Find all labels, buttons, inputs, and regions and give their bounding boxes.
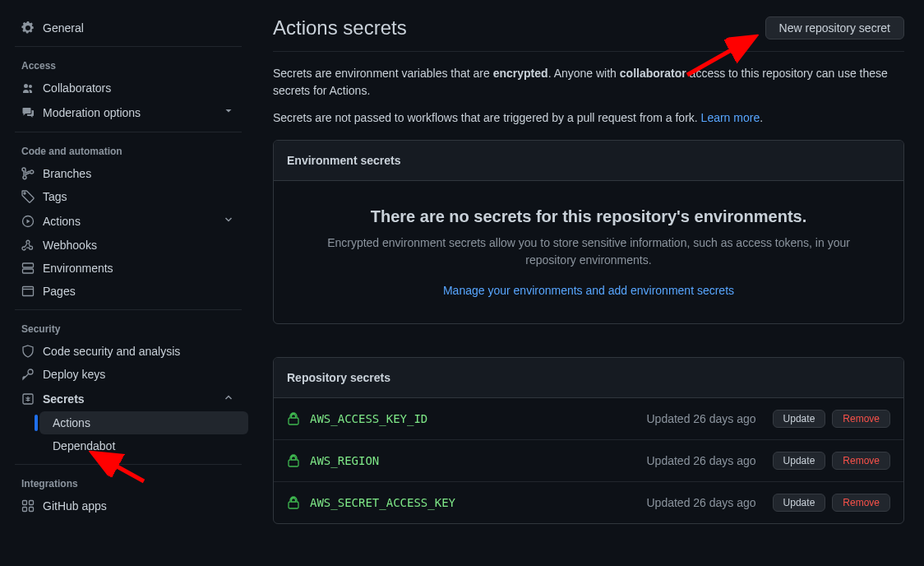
play-circle-icon (21, 215, 35, 228)
gear-icon (21, 21, 35, 35)
browser-icon (21, 285, 35, 298)
panel-header: Environment secrets (274, 141, 903, 181)
update-secret-button[interactable]: Update (773, 494, 826, 512)
svg-rect-3 (23, 287, 34, 296)
sidebar-item-pages[interactable]: Pages (8, 280, 248, 303)
empty-state-description: Encrypted environment secrets allow you … (307, 234, 871, 269)
key-asterisk-icon (21, 392, 35, 406)
secret-row: AWS_ACCESS_KEY_IDUpdated 26 days agoUpda… (274, 398, 903, 439)
description-paragraph: Secrets are environment variables that a… (273, 65, 904, 100)
remove-secret-button[interactable]: Remove (832, 410, 890, 428)
svg-rect-2 (23, 269, 34, 273)
lock-icon (287, 454, 300, 467)
sidebar-item-tags[interactable]: Tags (8, 185, 248, 208)
new-repository-secret-button[interactable]: New repository secret (765, 16, 904, 39)
sidebar-label: Secrets (43, 392, 222, 406)
sidebar-label: Dependabot (53, 439, 235, 452)
sidebar-label: Actions (43, 215, 222, 228)
text-bold: collaborator (620, 67, 686, 80)
sidebar-item-branches[interactable]: Branches (8, 162, 248, 185)
secret-updated-text: Updated 26 days ago (647, 454, 756, 467)
secret-name: AWS_REGION (310, 454, 379, 467)
lock-icon (287, 496, 300, 509)
section-label-access: Access (8, 53, 248, 77)
description-paragraph: Secrets are not passed to workflows that… (273, 109, 904, 127)
secret-list: AWS_ACCESS_KEY_IDUpdated 26 days agoUpda… (274, 398, 903, 523)
sidebar-label: Actions (53, 416, 235, 429)
lock-icon (287, 412, 300, 425)
shield-icon (21, 345, 35, 358)
sidebar-label: Code security and analysis (43, 345, 235, 358)
svg-point-4 (28, 369, 33, 374)
people-icon (21, 81, 35, 95)
environment-secrets-panel: Environment secrets There are no secrets… (273, 140, 904, 324)
svg-rect-8 (23, 508, 27, 512)
divider (15, 464, 242, 465)
page-title: Actions secrets (273, 16, 407, 39)
comment-discussion-icon (21, 106, 35, 119)
sidebar-label: Moderation options (43, 106, 222, 119)
main-content: Actions secrets New repository secret Se… (255, 0, 924, 566)
sidebar-item-deploy-keys[interactable]: Deploy keys (8, 363, 248, 386)
divider (15, 46, 242, 47)
sidebar-item-actions[interactable]: Actions (8, 208, 248, 234)
learn-more-link[interactable]: Learn more (701, 111, 760, 124)
secret-updated-text: Updated 26 days ago (647, 496, 756, 509)
divider (15, 309, 242, 310)
sidebar-subitem-actions[interactable]: Actions (39, 411, 248, 434)
section-label-security: Security (8, 317, 248, 340)
apps-icon (21, 499, 35, 513)
svg-rect-9 (30, 508, 34, 512)
secret-row: AWS_SECRET_ACCESS_KEYUpdated 26 days ago… (274, 481, 903, 523)
sidebar-label: General (43, 21, 235, 35)
sidebar-label: Branches (43, 167, 235, 180)
sidebar-item-environments[interactable]: Environments (8, 257, 248, 280)
secret-row: AWS_REGIONUpdated 26 days agoUpdateRemov… (274, 439, 903, 481)
sidebar-item-general[interactable]: General (8, 16, 248, 39)
text: . (760, 111, 763, 124)
secret-updated-text: Updated 26 days ago (647, 412, 756, 425)
chevron-up-icon (222, 391, 235, 406)
sidebar-label: Environments (43, 262, 235, 275)
repository-secrets-panel: Repository secrets AWS_ACCESS_KEY_IDUpda… (273, 357, 904, 524)
sidebar-label: Pages (43, 285, 235, 298)
text: . Anyone with (548, 67, 620, 80)
divider (15, 132, 242, 132)
sidebar-item-code-security[interactable]: Code security and analysis (8, 340, 248, 363)
section-label-integrations: Integrations (8, 471, 248, 494)
update-secret-button[interactable]: Update (773, 452, 826, 470)
key-icon (21, 368, 35, 381)
svg-rect-6 (23, 501, 27, 505)
chevron-down-icon (222, 213, 235, 229)
remove-secret-button[interactable]: Remove (832, 452, 890, 470)
secret-name: AWS_SECRET_ACCESS_KEY (310, 496, 455, 509)
text: Secrets are not passed to workflows that… (273, 111, 701, 124)
empty-state-title: There are no secrets for this repository… (307, 207, 871, 226)
git-branch-icon (21, 167, 35, 180)
panel-header: Repository secrets (274, 358, 903, 398)
sidebar-label: Webhooks (43, 239, 235, 252)
remove-secret-button[interactable]: Remove (832, 494, 890, 512)
sidebar-item-webhooks[interactable]: Webhooks (8, 234, 248, 257)
svg-rect-7 (30, 501, 34, 505)
update-secret-button[interactable]: Update (773, 410, 826, 428)
manage-environments-link[interactable]: Manage your environments and add environ… (443, 284, 734, 297)
sidebar-label: Collaborators (43, 81, 235, 95)
settings-sidebar: General Access Collaborators Moderation … (0, 0, 255, 566)
chevron-down-icon (222, 104, 235, 120)
text: Secrets are environment variables that a… (273, 67, 493, 80)
server-icon (21, 262, 35, 275)
panel-body-empty: There are no secrets for this repository… (274, 181, 903, 323)
section-label-code: Code and automation (8, 139, 248, 162)
webhook-icon (21, 239, 35, 252)
sidebar-item-collaborators[interactable]: Collaborators (8, 77, 248, 100)
svg-rect-1 (23, 263, 34, 267)
sidebar-label: GitHub apps (43, 499, 235, 513)
sidebar-item-github-apps[interactable]: GitHub apps (8, 494, 248, 517)
secrets-submenu: Actions Dependabot (8, 411, 248, 457)
sidebar-subitem-dependabot[interactable]: Dependabot (39, 434, 248, 457)
sidebar-item-moderation[interactable]: Moderation options (8, 100, 248, 125)
tag-icon (21, 190, 35, 203)
sidebar-item-secrets[interactable]: Secrets (8, 386, 248, 411)
secret-name: AWS_ACCESS_KEY_ID (310, 412, 427, 425)
